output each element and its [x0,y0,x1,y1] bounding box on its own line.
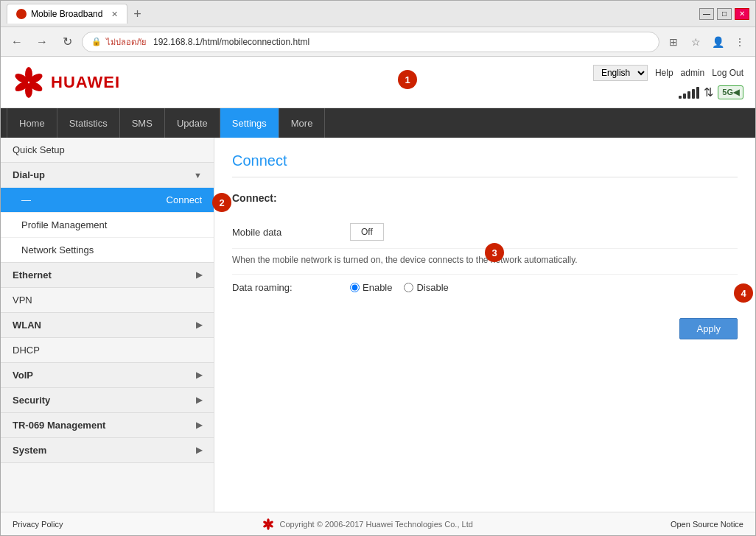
wlan-chevron: ▶ [196,320,202,330]
annotation-4: 4 [734,283,753,303]
sidebar-item-dhcp[interactable]: DHCP [1,338,214,362]
sidebar-section-dhcp: DHCP [1,338,214,363]
new-tab-button[interactable]: + [127,4,147,24]
roaming-enable-radio[interactable] [350,283,360,292]
brand-logo: HUAWEI [13,66,120,99]
nav-statistics[interactable]: Statistics [57,108,120,138]
tr069-chevron: ▶ [196,420,202,430]
data-roaming-row: Data roaming: Enable Disable [232,275,738,300]
fiveg-badge: 5G◀ [718,85,743,99]
sidebar-item-security[interactable]: Security ▶ [1,388,214,412]
sidebar-section-tr069: TR-069 Management ▶ [1,413,214,438]
close-button[interactable]: ✕ [735,8,749,20]
page-title: Connect [232,152,738,177]
mobile-data-label: Mobile data [232,227,350,238]
annotation-2: 2 [214,193,231,212]
roaming-disable-label[interactable]: Disable [404,282,448,293]
apply-button[interactable]: Apply [679,318,738,339]
browser-tab[interactable]: Mobile Broadband ✕ [7,4,127,24]
sidebar-item-dialup[interactable]: Dial-up ▼ [1,163,214,187]
security-icon: 🔒 [91,37,102,46]
mobile-data-off-button[interactable]: Off [350,223,384,241]
language-select[interactable]: English 中文 [593,65,648,81]
sidebar-item-wlan[interactable]: WLAN ▶ [1,313,214,337]
sidebar-section-dialup: Dial-up ▼ — Connect Profile Management N… [1,163,214,263]
sidebar-item-vpn[interactable]: VPN [1,288,214,312]
system-chevron: ▶ [196,445,202,455]
app-container: HUAWEI English 中文 Help admin Log Out [1,57,755,535]
titlebar: Mobile Broadband ✕ + — □ ✕ [1,1,755,27]
brand-name: HUAWEI [51,73,120,92]
dialup-chevron: ▼ [194,171,202,180]
tab-close-btn[interactable]: ✕ [111,10,118,19]
sidebar-section-security: Security ▶ [1,388,214,413]
sidebar-section-voip: VoIP ▶ [1,363,214,388]
data-roaming-label: Data roaming: [232,282,350,293]
app-main: Quick Setup Dial-up ▼ — Connect Profile … [1,138,755,512]
sidebar-section-quicksetup: Quick Setup [1,138,214,163]
footer-logo-icon [261,518,276,530]
admin-label: admin [681,68,705,78]
tab-favicon [16,9,27,19]
address-bar: ← → ↻ 🔒 ไม่ปลอดภัย 192.168.8.1/html/mobi… [1,27,755,57]
maximize-button[interactable]: □ [717,8,732,20]
forward-button[interactable]: → [32,32,52,52]
huawei-logo-svg [13,66,45,99]
url-text: 192.168.8.1/html/mobileconnection.html [153,37,309,47]
mobile-data-row: Mobile data Off [232,216,738,249]
header-right: English 中文 Help admin Log Out ⇅ [593,65,743,99]
browser-action-icons: ⊞ ☆ 👤 ⋮ [664,32,749,52]
security-chevron: ▶ [196,395,202,405]
roaming-enable-label[interactable]: Enable [350,282,392,293]
help-link[interactable]: Help [655,68,673,78]
nav-home[interactable]: Home [7,108,57,138]
minimize-button[interactable]: — [699,8,714,20]
nav-sms[interactable]: SMS [120,108,165,138]
app-header: HUAWEI English 中文 Help admin Log Out [1,57,755,108]
apply-row: Apply [232,318,738,339]
data-roaming-options: Enable Disable [350,282,738,293]
nav-more[interactable]: More [279,108,326,138]
sidebar-item-connect[interactable]: — Connect [1,187,214,212]
connect-arrow: — [21,194,31,205]
mobile-data-control: Off [350,223,738,241]
sidebar-item-network-settings[interactable]: Network Settings [1,237,214,262]
back-button[interactable]: ← [7,32,27,52]
window-controls: — □ ✕ [699,8,749,20]
ethernet-chevron: ▶ [196,270,202,280]
sidebar-section-vpn: VPN [1,288,214,313]
url-bar[interactable]: 🔒 ไม่ปลอดภัย 192.168.8.1/html/mobileconn… [82,32,659,52]
url-prefix: ไม่ปลอดภัย [106,35,146,49]
sidebar-section-system: System ▶ [1,438,214,463]
open-source-link[interactable]: Open Source Notice [671,520,743,529]
header-top-row: English 中文 Help admin Log Out [593,65,743,81]
voip-chevron: ▶ [196,370,202,380]
nav-settings[interactable]: Settings [220,108,279,138]
profile-icon-btn[interactable]: 👤 [708,32,727,52]
privacy-policy-link[interactable]: Privacy Policy [13,520,63,529]
menu-icon-btn[interactable]: ⋮ [730,32,749,52]
bookmark-icon-btn[interactable]: ☆ [686,32,705,52]
sidebar: Quick Setup Dial-up ▼ — Connect Profile … [1,138,214,512]
sidebar-item-ethernet[interactable]: Ethernet ▶ [1,263,214,287]
browser-window: Mobile Broadband ✕ + — □ ✕ ← → ↻ 🔒 ไม่ปล… [0,0,756,536]
logout-link[interactable]: Log Out [712,68,743,78]
refresh-button[interactable]: ↻ [57,32,77,52]
footer-copyright: Copyright © 2006-2017 Huawei Technologie… [261,518,473,530]
sidebar-item-system[interactable]: System ▶ [1,438,214,462]
section-label: Connect: [232,192,738,204]
sidebar-item-profile-management[interactable]: Profile Management [1,212,214,237]
sidebar-section-ethernet: Ethernet ▶ [1,263,214,288]
app-footer: Privacy Policy Copyright © 2006-2017 Hua… [1,512,755,535]
signal-strength-icon [679,87,699,99]
tab-title: Mobile Broadband [31,9,102,19]
nav-update[interactable]: Update [165,108,220,138]
sidebar-item-voip[interactable]: VoIP ▶ [1,363,214,387]
content-area: Connect Connect: Mobile data Off When th… [214,138,755,512]
roaming-disable-radio[interactable] [404,283,413,292]
sidebar-section-wlan: WLAN ▶ [1,313,214,338]
data-transfer-icon: ⇅ [704,85,713,99]
sidebar-item-tr069[interactable]: TR-069 Management ▶ [1,413,214,437]
translate-icon-btn[interactable]: ⊞ [664,32,683,52]
sidebar-item-quicksetup[interactable]: Quick Setup [1,138,214,162]
